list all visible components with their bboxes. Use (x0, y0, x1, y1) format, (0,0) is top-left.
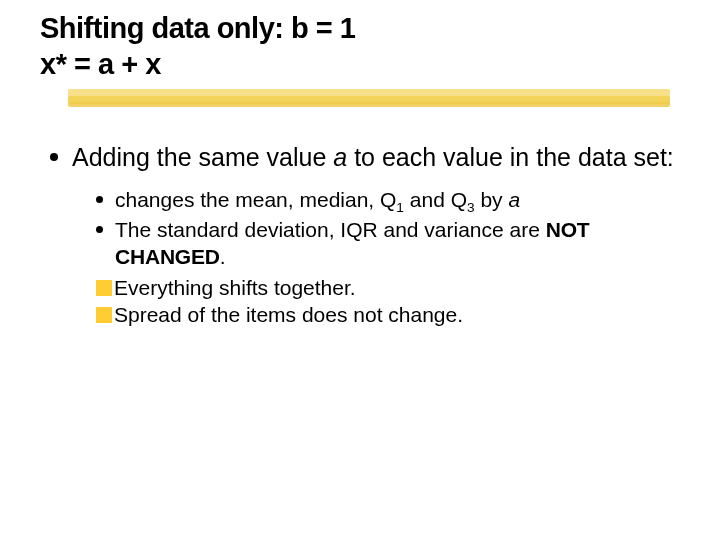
slide-title: Shifting data only: b = 1 x* = a + x (40, 10, 680, 83)
sub-bullet-item: changes the mean, median, Q1 and Q3 by a (40, 187, 680, 214)
title-underline (40, 89, 680, 111)
slide: Shifting data only: b = 1 x* = a + x Add… (0, 0, 720, 540)
text-span: . (220, 245, 226, 268)
title-line-1: Shifting data only: b = 1 (40, 10, 680, 46)
bullet-text: The standard deviation, IQR and variance… (115, 217, 680, 271)
bullet-text: Everything shifts together. (114, 275, 356, 302)
sub-bullet-item: Spread of the items does not change. (40, 302, 680, 329)
bullet-disc-icon (96, 196, 103, 203)
bullet-text: Adding the same value a to each value in… (72, 141, 674, 173)
text-span: changes the mean, median, Q (115, 188, 396, 211)
slide-body: Adding the same value a to each value in… (40, 141, 680, 329)
text-italic: a (333, 143, 347, 171)
sub-bullet-item: Everything shifts together. (40, 275, 680, 302)
text-span: Adding the same value (72, 143, 333, 171)
square-bullet-icon (96, 280, 112, 296)
bullet-text: Spread of the items does not change. (114, 302, 463, 329)
brush-stroke-icon (68, 102, 670, 107)
text-span: to each value in the data set: (347, 143, 674, 171)
bullet-text: changes the mean, median, Q1 and Q3 by a (115, 187, 520, 214)
subscript: 1 (396, 200, 404, 215)
sub-bullet-item: The standard deviation, IQR and variance… (40, 217, 680, 271)
title-line-2: x* = a + x (40, 46, 680, 82)
text-span: and Q (404, 188, 467, 211)
subscript: 3 (467, 200, 475, 215)
bullet-disc-icon (50, 153, 58, 161)
square-bullet-icon (96, 307, 112, 323)
bullet-disc-icon (96, 226, 103, 233)
text-span: by (475, 188, 509, 211)
text-span: The standard deviation, IQR and variance… (115, 218, 546, 241)
text-italic: a (508, 188, 520, 211)
bullet-item: Adding the same value a to each value in… (40, 141, 680, 173)
